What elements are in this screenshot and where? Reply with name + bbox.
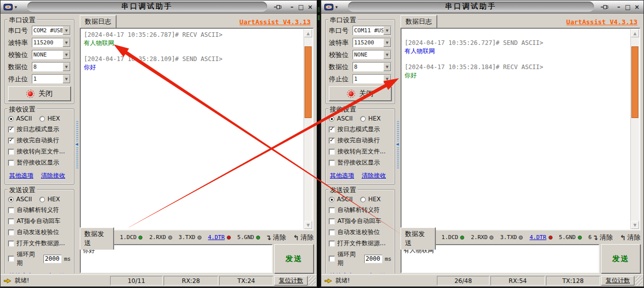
send-ascii-radio[interactable]: ASCII [329, 196, 360, 203]
combo-arrow-icon[interactable]: ▼ [383, 63, 391, 71]
file-data-source-checkbox[interactable]: 打开文件数据源... [8, 239, 71, 248]
splitter-handle[interactable]: ◂ [75, 15, 80, 273]
pin-dtr-link[interactable]: 4.DTR [529, 234, 546, 241]
clear-send-area-button[interactable]: ↴ 清除 [266, 233, 286, 242]
log-scrollbar[interactable]: ▲ ▼ [304, 29, 312, 229]
combo-arrow-icon[interactable]: ▼ [383, 26, 391, 35]
clear-log-button[interactable]: ↰ 清除 [620, 233, 640, 242]
cycle-period-checkbox[interactable] [8, 256, 14, 262]
scrollbar-thumb[interactable] [631, 46, 638, 118]
scroll-down-icon[interactable]: ▼ [631, 221, 639, 229]
stopbits-select[interactable]: 1 ▼ [32, 74, 71, 84]
close-port-button[interactable]: 关闭 [8, 86, 71, 101]
cycle-period-checkbox[interactable] [329, 256, 335, 262]
baud-select[interactable]: 115200 ▼ [32, 38, 71, 47]
combo-arrow-icon[interactable]: ▼ [63, 63, 70, 71]
at-auto-cr-checkbox[interactable]: AT指令自动回车 [329, 217, 391, 225]
scroll-down-icon[interactable]: ▼ [304, 221, 312, 229]
history-send-link[interactable]: 历史发送 [362, 272, 386, 273]
auto-newline-checkbox[interactable]: 接收完自动换行 [8, 136, 71, 145]
pin-dtr-link[interactable]: 4.DTR [208, 234, 225, 241]
recv-ascii-radio[interactable]: ASCII [329, 115, 360, 122]
redirect-to-file-checkbox[interactable]: 接收转向至文件... [8, 147, 71, 156]
parity-select[interactable]: NONE ▼ [32, 50, 71, 60]
quick-define-link[interactable]: 快捷定义 [9, 272, 33, 273]
baud-select[interactable]: 115200 ▼ [353, 38, 391, 47]
recv-hex-radio[interactable]: HEX [39, 115, 71, 122]
log-scrollbar[interactable]: ▲ ▼ [630, 29, 639, 229]
minimize-button[interactable]: – [287, 3, 296, 11]
tab-data-log[interactable]: 数据日志 [80, 15, 116, 28]
pause-display-checkbox[interactable]: 暂停接收区显示 [329, 158, 391, 167]
reset-count-button[interactable]: 复位计数 [274, 276, 308, 285]
send-button[interactable]: 发送 [274, 244, 314, 273]
auto-checksum-checkbox[interactable]: 自动发送校验位 [329, 228, 391, 237]
app-icon[interactable] [324, 3, 334, 11]
tab-data-send[interactable]: 数据发送 [401, 227, 435, 250]
send-hex-radio[interactable]: HEX [360, 196, 391, 203]
close-button[interactable]: × [306, 3, 315, 11]
scroll-up-icon[interactable]: ▲ [631, 29, 639, 37]
titlebar[interactable]: ▾ 串口调试助手 – □ × [1, 1, 317, 14]
app-menu-caret-icon[interactable]: ▾ [335, 5, 338, 10]
port-select[interactable]: COM11 #USB ▼ [353, 26, 391, 35]
combo-arrow-icon[interactable]: ▼ [63, 38, 70, 47]
titlebar[interactable]: ▾ 串口调试助手 – □ × [321, 1, 643, 14]
port-select[interactable]: COM2 #USB ▼ [32, 26, 71, 35]
app-icon[interactable] [4, 3, 14, 11]
combo-arrow-icon[interactable]: ▼ [383, 38, 391, 47]
pin-icon[interactable] [272, 3, 283, 11]
tab-data-send[interactable]: 数据发送 [80, 227, 114, 250]
scroll-up-icon[interactable]: ▲ [304, 29, 312, 37]
scroll-track[interactable] [631, 37, 639, 221]
databits-select[interactable]: 8 ▼ [353, 62, 391, 72]
minimize-button[interactable]: – [614, 3, 623, 11]
clear-receive-link[interactable]: 清除接收 [41, 171, 65, 180]
databits-select[interactable]: 8 ▼ [32, 62, 71, 72]
scroll-track[interactable] [304, 37, 312, 221]
combo-arrow-icon[interactable]: ▼ [383, 75, 391, 83]
at-auto-cr-checkbox[interactable]: AT指令自动回车 [8, 217, 71, 225]
close-port-button[interactable]: 关闭 [329, 86, 391, 101]
parse-escape-checkbox[interactable]: 自动解析转义符 [329, 206, 391, 214]
recv-hex-radio[interactable]: HEX [360, 115, 391, 122]
data-log-area[interactable]: [2024-04-17 10:35:26.787]# RECV ASCII> 有… [80, 28, 314, 231]
version-link[interactable]: UartAssist V4.3.13 [566, 18, 637, 28]
log-mode-checkbox[interactable]: 按日志模式显示 [329, 125, 391, 134]
reset-count-button[interactable]: 复位计数 [601, 276, 634, 285]
pause-display-checkbox[interactable]: 暂停接收区显示 [8, 158, 71, 167]
resize-grip[interactable] [309, 276, 316, 285]
splitter-handle[interactable]: ◂ [396, 15, 401, 273]
pin-icon[interactable] [599, 3, 610, 11]
resize-grip[interactable] [635, 276, 642, 285]
parity-select[interactable]: NONE ▼ [353, 50, 391, 60]
maximize-button[interactable]: □ [623, 3, 632, 11]
clear-log-button[interactable]: ↰ 清除 [293, 233, 314, 242]
collapse-arrow-icon[interactable]: ◂ [75, 142, 78, 147]
cycle-period-input[interactable] [364, 255, 382, 263]
clear-send-area-button[interactable]: ↴ 清除 [592, 233, 613, 242]
history-send-link[interactable]: 历史发送 [41, 272, 65, 273]
maximize-button[interactable]: □ [296, 3, 306, 11]
parse-escape-checkbox[interactable]: 自动解析转义符 [8, 206, 71, 214]
file-data-source-checkbox[interactable]: 打开文件数据源... [329, 239, 391, 248]
auto-newline-checkbox[interactable]: 接收完自动换行 [329, 136, 391, 145]
scrollbar-thumb[interactable] [305, 46, 312, 118]
combo-arrow-icon[interactable]: ▼ [383, 50, 391, 59]
quick-define-link[interactable]: 快捷定义 [330, 272, 354, 273]
send-ascii-radio[interactable]: ASCII [8, 196, 39, 203]
clear-receive-link[interactable]: 清除接收 [362, 171, 386, 180]
tab-data-log[interactable]: 数据日志 [401, 15, 437, 28]
stopbits-select[interactable]: 1 ▼ [353, 74, 391, 84]
cycle-period-input[interactable] [43, 255, 62, 263]
other-options-link[interactable]: 其他选项 [9, 171, 33, 180]
auto-checksum-checkbox[interactable]: 自动发送校验位 [8, 228, 71, 237]
send-button[interactable]: 发送 [601, 244, 640, 273]
version-link[interactable]: UartAssist V4.3.13 [239, 18, 311, 28]
send-hex-radio[interactable]: HEX [39, 196, 71, 203]
redirect-to-file-checkbox[interactable]: 接收转向至文件... [329, 147, 391, 156]
combo-arrow-icon[interactable]: ▼ [63, 75, 70, 83]
log-mode-checkbox[interactable]: 按日志模式显示 [8, 125, 71, 134]
collapse-arrow-icon[interactable]: ◂ [396, 142, 399, 147]
app-menu-caret-icon[interactable]: ▾ [15, 5, 17, 10]
